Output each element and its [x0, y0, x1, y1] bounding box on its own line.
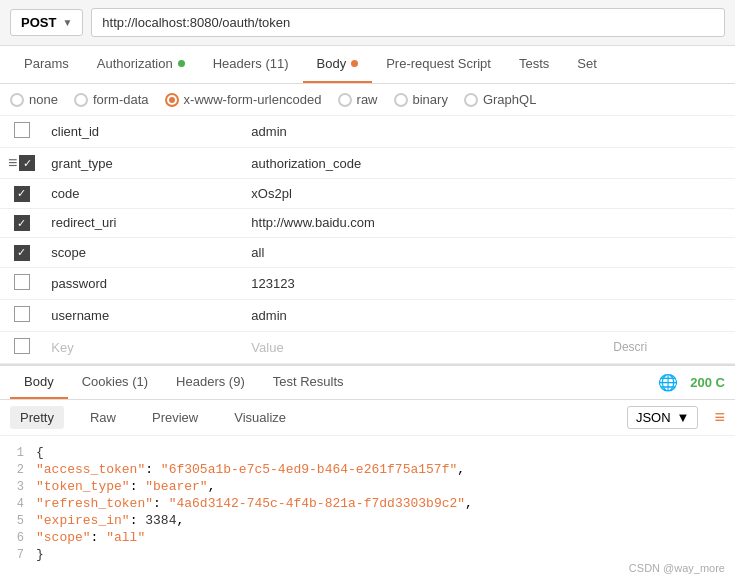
tab-body[interactable]: Body	[303, 46, 373, 83]
row-key: password	[43, 267, 243, 299]
authorization-dot	[178, 60, 185, 67]
code-line: 6"scope": "all"	[0, 529, 735, 546]
row-key: redirect_uri	[43, 208, 243, 238]
radio-none-label: none	[29, 92, 58, 107]
tab-body-label: Body	[317, 56, 347, 71]
top-bar: POST ▼	[0, 0, 735, 46]
line-content: "scope": "all"	[36, 530, 735, 545]
bottom-tab-test-results[interactable]: Test Results	[259, 366, 358, 399]
tab-authorization-label: Authorization	[97, 56, 173, 71]
table-row: usernameadmin	[0, 299, 735, 331]
form-table: client_idadmin ≡ grant_typeauthorization…	[0, 116, 735, 364]
globe-icon[interactable]: 🌐	[658, 373, 678, 392]
tab-authorization[interactable]: Authorization	[83, 46, 199, 83]
line-content: "refresh_token": "4a6d3142-745c-4f4b-821…	[36, 496, 735, 511]
radio-binary-label: binary	[413, 92, 448, 107]
bottom-tab-body[interactable]: Body	[10, 366, 68, 399]
row-desc	[605, 179, 735, 209]
tab-headers[interactable]: Headers (11)	[199, 46, 303, 83]
radio-x-www-label: x-www-form-urlencoded	[184, 92, 322, 107]
watermark: CSDN @way_more	[629, 562, 725, 574]
row-value: http://www.baidu.com	[243, 208, 605, 238]
bottom-tab-right: 🌐 200 C	[658, 373, 725, 392]
radio-form-data[interactable]: form-data	[74, 92, 149, 107]
table-row: KeyValueDescri	[0, 331, 735, 363]
row-checkbox[interactable]	[14, 306, 30, 322]
tab-params-label: Params	[24, 56, 69, 71]
format-row: Pretty Raw Preview Visualize JSON ▼ ≡	[0, 400, 735, 436]
tab-pre-request-script[interactable]: Pre-request Script	[372, 46, 505, 83]
table-row: codexOs2pl	[0, 179, 735, 209]
line-number: 5	[0, 514, 36, 528]
pretty-button[interactable]: Pretty	[10, 406, 64, 429]
line-content: }	[36, 547, 735, 562]
row-key: username	[43, 299, 243, 331]
line-number: 2	[0, 463, 36, 477]
table-row: scopeall	[0, 238, 735, 268]
row-desc	[605, 116, 735, 148]
line-content: "access_token": "6f305a1b-e7c5-4ed9-b464…	[36, 462, 735, 477]
json-format-select[interactable]: JSON ▼	[627, 406, 699, 429]
line-number: 7	[0, 548, 36, 562]
tab-settings-label: Set	[577, 56, 597, 71]
bottom-tab-headers[interactable]: Headers (9)	[162, 366, 259, 399]
line-number: 1	[0, 446, 36, 460]
radio-graphql-circle	[464, 93, 478, 107]
radio-graphql[interactable]: GraphQL	[464, 92, 536, 107]
line-number: 3	[0, 480, 36, 494]
code-line: 1{	[0, 444, 735, 461]
tab-params[interactable]: Params	[10, 46, 83, 83]
radio-raw-circle	[338, 93, 352, 107]
json-format-label: JSON	[636, 410, 671, 425]
method-select[interactable]: POST ▼	[10, 9, 83, 36]
table-row: client_idadmin	[0, 116, 735, 148]
row-desc: Descri	[605, 331, 735, 363]
raw-button[interactable]: Raw	[80, 406, 126, 429]
table-row: password123123	[0, 267, 735, 299]
status-badge: 200 C	[690, 375, 725, 390]
code-line: 7}	[0, 546, 735, 563]
preview-button[interactable]: Preview	[142, 406, 208, 429]
radio-none[interactable]: none	[10, 92, 58, 107]
radio-binary-circle	[394, 93, 408, 107]
visualize-button[interactable]: Visualize	[224, 406, 296, 429]
tab-tests[interactable]: Tests	[505, 46, 563, 83]
tab-pre-request-label: Pre-request Script	[386, 56, 491, 71]
row-value: Value	[243, 331, 605, 363]
row-value: authorization_code	[243, 148, 605, 179]
line-number: 4	[0, 497, 36, 511]
form-table-wrapper: client_idadmin ≡ grant_typeauthorization…	[0, 116, 735, 365]
row-key: Key	[43, 331, 243, 363]
radio-binary[interactable]: binary	[394, 92, 448, 107]
bottom-section: Body Cookies (1) Headers (9) Test Result…	[0, 365, 735, 576]
radio-x-www[interactable]: x-www-form-urlencoded	[165, 92, 322, 107]
body-dot	[351, 60, 358, 67]
radio-form-data-circle	[74, 93, 88, 107]
line-content: "token_type": "bearer",	[36, 479, 735, 494]
wrap-icon[interactable]: ≡	[714, 407, 725, 428]
row-checkbox[interactable]	[14, 274, 30, 290]
table-row: ≡ grant_typeauthorization_code	[0, 148, 735, 179]
bottom-tabs: Body Cookies (1) Headers (9) Test Result…	[0, 366, 735, 400]
tab-settings[interactable]: Set	[563, 46, 611, 83]
row-checkbox[interactable]	[14, 186, 30, 202]
row-value: admin	[243, 116, 605, 148]
code-line: 5"expires_in": 3384,	[0, 512, 735, 529]
row-checkbox[interactable]	[14, 122, 30, 138]
url-input[interactable]	[91, 8, 725, 37]
line-content: {	[36, 445, 735, 460]
bottom-tab-cookies[interactable]: Cookies (1)	[68, 366, 162, 399]
row-desc	[605, 238, 735, 268]
row-checkbox[interactable]	[14, 245, 30, 261]
row-desc	[605, 208, 735, 238]
radio-raw[interactable]: raw	[338, 92, 378, 107]
row-checkbox[interactable]	[14, 215, 30, 231]
line-content: "expires_in": 3384,	[36, 513, 735, 528]
method-label: POST	[21, 15, 56, 30]
row-checkbox[interactable]	[19, 155, 35, 171]
radio-x-www-circle	[165, 93, 179, 107]
tab-headers-label: Headers (11)	[213, 56, 289, 71]
row-checkbox[interactable]	[14, 338, 30, 354]
row-desc	[605, 267, 735, 299]
request-tabs: Params Authorization Headers (11) Body P…	[0, 46, 735, 84]
